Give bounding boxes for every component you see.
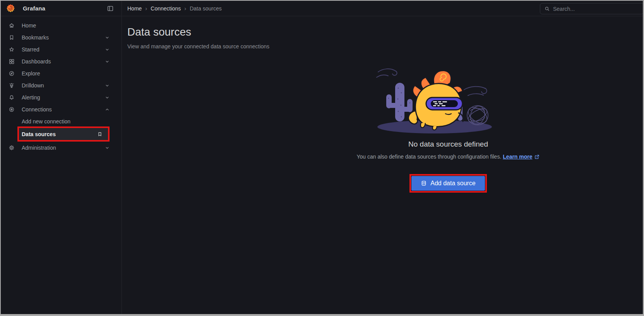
- sidebar-item-home[interactable]: Home: [1, 19, 122, 31]
- star-icon: [9, 46, 15, 53]
- sidebar-item-label: Explore: [22, 70, 110, 77]
- sidebar-item-data-sources[interactable]: Data sources: [19, 128, 108, 140]
- chevron-down-icon[interactable]: [104, 83, 110, 88]
- sidebar-item-add-new-connection[interactable]: Add new connection: [19, 115, 122, 127]
- sidebar-item-label: Administration: [22, 145, 104, 151]
- sidebar-item-bookmarks[interactable]: Bookmarks: [1, 31, 122, 43]
- search-box[interactable]: [540, 3, 644, 14]
- breadcrumb-separator: ›: [145, 5, 147, 12]
- empty-state-description-text: You can also define data sources through…: [356, 154, 501, 160]
- search-icon: [544, 6, 550, 12]
- sidebar-item-label: Dashboards: [22, 58, 104, 65]
- sidebar-item-label: Add new connection: [22, 118, 116, 125]
- chevron-up-icon[interactable]: [104, 107, 110, 112]
- add-data-source-button[interactable]: Add data source: [411, 176, 485, 191]
- main-content: Data sources View and manage your connec…: [122, 16, 643, 314]
- sidebar-item-label: Bookmarks: [22, 34, 104, 41]
- chevron-down-icon[interactable]: [104, 35, 110, 40]
- page-subtitle: View and manage your connected data sour…: [127, 43, 643, 50]
- sidebar-item-label: Drilldown: [22, 82, 104, 89]
- topbar: Home › Connections › Data sources: [122, 1, 643, 16]
- search-input[interactable]: [553, 6, 639, 12]
- sidebar-item-connections[interactable]: Connections: [1, 103, 122, 115]
- add-data-source-label: Add data source: [430, 180, 476, 187]
- drilldown-icon: [9, 82, 15, 89]
- sidebar-item-dashboards[interactable]: Dashboards: [1, 55, 122, 67]
- sidebar-item-explore[interactable]: Explore: [1, 67, 122, 79]
- sidebar-nav: Home Bookmarks Star: [1, 16, 122, 154]
- breadcrumb: Home › Connections › Data sources: [127, 5, 222, 12]
- empty-state-description: You can also define data sources through…: [356, 154, 540, 160]
- chevron-down-icon[interactable]: [104, 145, 110, 150]
- breadcrumb-current: Data sources: [190, 5, 221, 12]
- breadcrumb-separator: ›: [184, 5, 186, 12]
- sidebar-item-starred[interactable]: Starred: [1, 43, 122, 55]
- sidebar-item-label: Connections: [22, 106, 104, 113]
- compass-icon: [9, 70, 15, 77]
- empty-state-heading: No data sources defined: [408, 140, 488, 149]
- external-link-icon: [534, 154, 540, 160]
- home-icon: [9, 22, 15, 29]
- empty-state: No data sources defined You can also def…: [328, 65, 568, 193]
- sidebar-header: Grafana: [1, 1, 122, 16]
- breadcrumb-home[interactable]: Home: [127, 5, 142, 12]
- grafana-window: Grafana Home: [0, 0, 644, 316]
- brand-title[interactable]: Grafana: [23, 5, 45, 12]
- chevron-down-icon[interactable]: [104, 59, 110, 64]
- chevron-down-icon[interactable]: [104, 95, 110, 100]
- annotation-box-add-data-source: Add data source: [409, 174, 487, 193]
- learn-more-label: Learn more: [503, 154, 532, 160]
- sidebar-item-label: Home: [22, 22, 110, 29]
- breadcrumb-connections[interactable]: Connections: [151, 5, 181, 12]
- sidebar-item-label: Alerting: [22, 94, 104, 101]
- database-icon: [421, 180, 427, 186]
- grot-mascot-illustration: [376, 65, 496, 135]
- sidebar-collapse-icon[interactable]: [107, 5, 114, 12]
- learn-more-link[interactable]: Learn more: [503, 154, 540, 160]
- page-title: Data sources: [127, 26, 643, 38]
- sidebar-item-label: Data sources: [22, 131, 97, 137]
- link-circle-icon: [9, 106, 15, 113]
- apps-grid-icon: [9, 58, 15, 65]
- sidebar-item-drilldown[interactable]: Drilldown: [1, 79, 122, 91]
- sidebar-item-label: Starred: [22, 46, 104, 53]
- grafana-logo-icon[interactable]: [6, 3, 15, 13]
- bookmark-icon[interactable]: [97, 132, 103, 137]
- bookmark-icon: [9, 34, 15, 41]
- bell-icon: [9, 94, 15, 101]
- sidebar-item-administration[interactable]: Administration: [1, 142, 122, 154]
- chevron-down-icon[interactable]: [104, 47, 110, 52]
- gear-icon: [9, 145, 15, 151]
- sidebar-item-alerting[interactable]: Alerting: [1, 91, 122, 103]
- sidebar: Grafana Home: [1, 1, 122, 314]
